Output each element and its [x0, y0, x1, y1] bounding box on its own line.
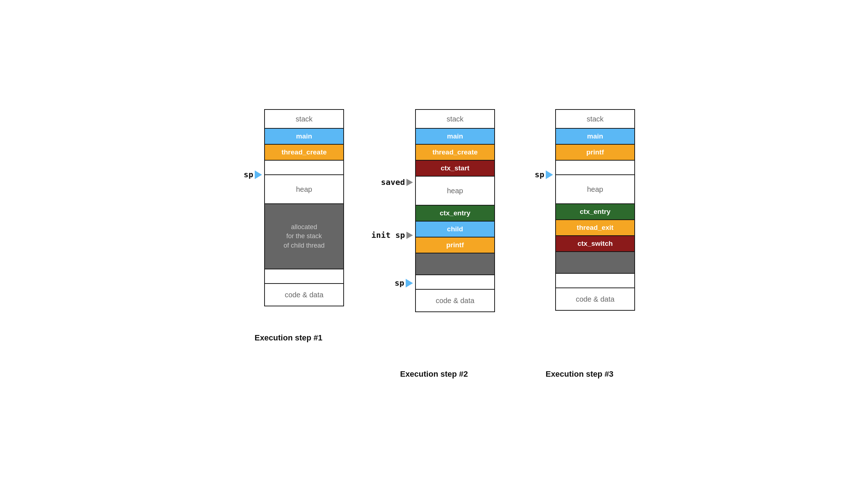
step3-thread-exit: thread_exit [556, 220, 634, 236]
step2-child: child [416, 222, 494, 237]
step3-code-label: code & data [556, 288, 634, 310]
step1-thread-create: thread_create [265, 145, 343, 161]
sp3-text: sp [535, 170, 545, 179]
step2-spacer [416, 275, 494, 290]
step3-stack-area: sp stack main printf heap ctx_entry thre… [524, 109, 635, 363]
step1-stack-label: stack [265, 110, 343, 129]
sp2-arrow [406, 279, 413, 288]
step1-pointers: sp [233, 109, 262, 327]
step2-stack-label: stack [416, 110, 494, 129]
sp1-text: sp [244, 170, 254, 179]
step1-code-label: code & data [265, 284, 343, 306]
sp3-arrow [546, 170, 553, 179]
saved2-arrow [406, 179, 413, 186]
step2-wrapper: saved init sp sp stack main thread_crea [373, 109, 495, 379]
step1-memory: stack main thread_create heap allocated … [264, 109, 344, 306]
step3-printf: printf [556, 145, 634, 161]
step2-code-label: code & data [416, 290, 494, 311]
step3-wrapper: sp stack main printf heap ctx_entry thre… [524, 109, 635, 379]
step1-stack-area: sp stack main thread_create heap allocat… [233, 109, 344, 327]
step3-spacer [556, 161, 634, 175]
sp1-arrow [255, 170, 262, 179]
step2-memory: stack main thread_create ctx_start heap … [415, 109, 495, 312]
saved2-text: saved [381, 178, 405, 187]
sp1-label: sp [244, 170, 262, 179]
step3-spacer2 [556, 274, 634, 288]
step3-pointers: sp [524, 109, 553, 363]
initsp2-arrow [406, 232, 413, 239]
initsp2-text: init sp [371, 231, 405, 240]
step1-heap-label: heap [265, 175, 343, 204]
step2-gray-bot [416, 253, 494, 275]
step2-ctx-entry: ctx_entry [416, 206, 494, 222]
diagram-container: sp stack main thread_create heap allocat… [233, 109, 635, 379]
step1-main: main [265, 129, 343, 145]
sp2-label: sp [395, 278, 413, 288]
sp2-text: sp [395, 278, 405, 288]
step2-pointers: saved init sp sp [373, 109, 413, 363]
step3-gray-bot [556, 252, 634, 274]
saved2-label: saved [381, 178, 413, 187]
step3-label: Execution step #3 [545, 369, 613, 379]
step2-main: main [416, 129, 494, 145]
step1-wrapper: sp stack main thread_create heap allocat… [233, 109, 344, 343]
step3-ctx-switch: ctx_switch [556, 236, 634, 252]
step1-spacer2 [265, 269, 343, 284]
step2-ctx-start: ctx_start [416, 161, 494, 177]
initsp2-label: init sp [371, 231, 413, 240]
sp3-label: sp [535, 170, 553, 179]
step3-stack-label: stack [556, 110, 634, 129]
step3-memory: stack main printf heap ctx_entry thread_… [555, 109, 635, 311]
step2-heap-label: heap [416, 177, 494, 206]
step2-printf: printf [416, 237, 494, 253]
step3-ctx-entry: ctx_entry [556, 204, 634, 220]
step2-label: Execution step #2 [400, 369, 468, 379]
step3-heap-label: heap [556, 175, 634, 204]
step1-spacer [265, 161, 343, 175]
step2-thread-create: thread_create [416, 145, 494, 161]
step1-alloc: allocated for the stack of child thread [265, 204, 343, 269]
step1-label: Execution step #1 [254, 333, 322, 343]
step3-main: main [556, 129, 634, 145]
step2-stack-area: saved init sp sp stack main thread_crea [373, 109, 495, 363]
